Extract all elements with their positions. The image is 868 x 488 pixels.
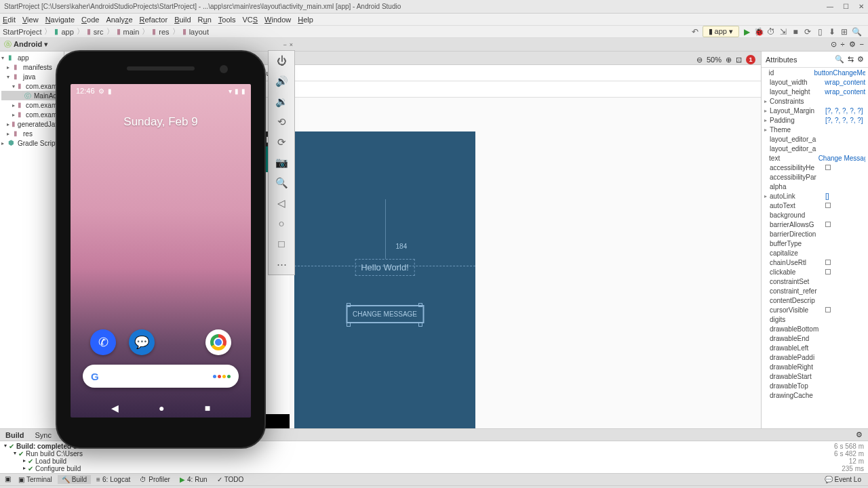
collapse-icon[interactable]: ⇆ (848, 55, 854, 64)
eventlog-button[interactable]: 💬Event Lo (821, 475, 865, 484)
zoom-icon[interactable]: 🔍 (275, 177, 288, 189)
back-icon[interactable]: ◁ (275, 197, 288, 209)
build-settings-icon[interactable]: ⚙ (856, 430, 863, 439)
android-view-selector[interactable]: ⓐ Android ▾ (4, 39, 48, 49)
run-icon[interactable]: ▶ (742, 27, 751, 37)
google-search-bar[interactable]: G (83, 365, 239, 388)
attr-row[interactable]: ▸Theme (762, 125, 868, 134)
tree-app[interactable]: ▾▮app (1, 53, 62, 62)
attr-row[interactable]: autoText (762, 201, 868, 210)
attr-row[interactable]: accessibilityPar (762, 172, 868, 182)
bc-main[interactable]: main (123, 28, 140, 36)
attr-row[interactable]: constraintSet (762, 277, 868, 286)
run-button[interactable]: ▶4:Run (176, 475, 212, 484)
volume-down-icon[interactable]: 🔉 (275, 96, 288, 108)
attr-row[interactable]: textChange Message (762, 153, 868, 163)
zoom-out-icon[interactable]: ⊖ (696, 56, 703, 64)
assistant-icon[interactable] (213, 375, 231, 378)
menu-tools[interactable]: Tools (218, 16, 236, 24)
attr-row[interactable]: ▸Padding[?, ?, ?, ?, ?] (762, 115, 868, 125)
attr-row[interactable]: layout_editor_a (762, 134, 868, 144)
profile-icon[interactable]: ⏱ (766, 27, 776, 37)
tree-pkg2[interactable]: ▸▮com.exampl (1, 100, 62, 110)
emulator-close-icon[interactable]: × (290, 41, 293, 48)
collapse-icon[interactable]: ⊙ (831, 40, 837, 49)
attr-row[interactable]: cursorVisible (762, 305, 868, 314)
menu-analyze[interactable]: Analyze (106, 16, 132, 24)
todo-button[interactable]: ✓TODO (213, 475, 248, 484)
bc-src[interactable]: src (94, 28, 104, 36)
tree-pkg1[interactable]: ▾▮com.exampl (1, 81, 62, 91)
attr-row[interactable]: alpha (762, 182, 868, 191)
volume-up-icon[interactable]: 🔊 (275, 75, 288, 87)
attr-row[interactable]: capitalize (762, 248, 868, 258)
project-tree[interactable]: ▾▮app ▸▮manifests ▾▮java ▾▮com.exampl ⓒM… (0, 52, 64, 428)
build-row[interactable]: ▸✔Configure build235 ms (4, 465, 864, 472)
device-screen[interactable]: 12:46 ⚙ ▮ ▾ ▮ ▮ Sunday, Feb 9 ✆ 💬 G (71, 84, 251, 418)
home-icon[interactable]: ● (159, 403, 164, 413)
menu-view[interactable]: View (22, 16, 39, 24)
selection-handle[interactable] (347, 323, 351, 327)
stop-icon[interactable]: ■ (791, 27, 800, 37)
tree-genjava[interactable]: ▸▮generatedJava (1, 119, 62, 129)
terminal-button[interactable]: ▣Terminal (14, 475, 56, 484)
back-icon[interactable]: ↶ (690, 27, 700, 37)
attr-row[interactable]: clickable (762, 267, 868, 277)
gear-icon[interactable]: ⚙ (857, 55, 864, 64)
bc-res[interactable]: res (159, 28, 169, 36)
build-button[interactable]: 🔨Build (58, 475, 91, 484)
menu-edit[interactable]: Edit (3, 16, 16, 24)
selection-handle[interactable] (418, 303, 422, 307)
bc-app[interactable]: app (61, 28, 73, 36)
build-row[interactable]: ▾✔Run build C:\Users6 s 482 m (4, 450, 864, 458)
bc-root[interactable]: StartProject (3, 28, 41, 36)
tree-manifests[interactable]: ▸▮manifests (1, 62, 62, 72)
sdk-icon[interactable]: ⬇ (827, 27, 837, 37)
menu-help[interactable]: Help (298, 16, 313, 24)
logcat-button[interactable]: ≡6:Logcat (92, 475, 134, 484)
attr-row[interactable]: drawableLeft (762, 343, 868, 352)
attr-row[interactable]: layout_editor_a (762, 144, 868, 153)
tree-mainactivity[interactable]: ⓒMainActi (1, 91, 62, 100)
attr-row[interactable]: ▸Constraints (762, 96, 868, 106)
attr-row[interactable]: drawableStart (762, 371, 868, 381)
attr-row[interactable]: digits (762, 314, 868, 324)
menu-window[interactable]: Window (264, 16, 291, 24)
profiler-button[interactable]: ⏱Profiler (136, 475, 174, 484)
attr-row[interactable]: ▸Layout_Margin[?, ?, ?, ?, ?] (762, 106, 868, 115)
menu-run[interactable]: Run (198, 16, 212, 24)
attr-row[interactable]: barrierAllowsG (762, 220, 868, 229)
maximize-icon[interactable]: ☐ (843, 3, 849, 10)
rotate-right-icon[interactable]: ⟳ (275, 136, 288, 148)
attr-row[interactable]: layout_heightwrap_content (762, 87, 868, 96)
attr-row[interactable]: contentDescrip (762, 296, 868, 305)
attr-row[interactable]: drawableBottom (762, 324, 868, 333)
close-icon[interactable]: ✕ (859, 3, 864, 10)
structure-icon[interactable]: ⊞ (840, 27, 849, 37)
emulator-window[interactable]: 12:46 ⚙ ▮ ▾ ▮ ▮ Sunday, Feb 9 ✆ 💬 G (56, 50, 266, 449)
attach-icon[interactable]: ⇲ (778, 27, 788, 37)
hide-icon[interactable]: − (860, 40, 864, 49)
blueprint-preview[interactable]: 184 Hello World! CHANGE MESSAGE (294, 131, 475, 428)
tree-gradle[interactable]: ▸⬢Gradle Scripts (1, 138, 62, 148)
tree-res[interactable]: ▸▮res (1, 129, 62, 138)
attr-row[interactable]: barrierDirection (762, 229, 868, 239)
bc-layout[interactable]: layout (189, 28, 209, 36)
attr-row[interactable]: constraint_refer (762, 286, 868, 296)
emulator-titlebar[interactable]: − × (268, 39, 295, 50)
phone-app-icon[interactable]: ✆ (90, 329, 116, 355)
more-icon[interactable]: ⋯ (275, 258, 288, 270)
rotate-left-icon[interactable]: ⟲ (275, 116, 288, 128)
attr-row[interactable]: drawableRight (762, 362, 868, 371)
attr-row[interactable]: accessibilityHe (762, 163, 868, 172)
attr-row[interactable]: layout_widthwrap_content (762, 77, 868, 87)
recents-icon[interactable]: ■ (205, 403, 210, 413)
tree-java[interactable]: ▾▮java (1, 72, 62, 81)
avd-icon[interactable]: ▯ (815, 27, 825, 37)
chrome-app-icon[interactable] (205, 329, 231, 355)
expand-icon[interactable]: ÷ (841, 40, 845, 49)
build-row[interactable]: ▸✔Load build12 m (4, 458, 864, 465)
zoom-in-icon[interactable]: ⊕ (726, 56, 732, 64)
attr-row[interactable]: drawablePaddi (762, 352, 868, 362)
attr-row[interactable]: drawingCache (762, 390, 868, 400)
